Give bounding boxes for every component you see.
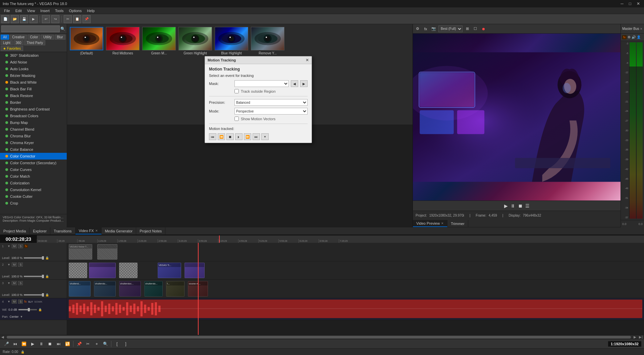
timeline-scrollbar[interactable]: ◀ ▶ ▶|	[0, 335, 644, 339]
effect-item[interactable]: Cookie Cutter	[0, 193, 67, 200]
tab-explorer[interactable]: Explorer	[30, 227, 50, 234]
pan-dropdown-icon[interactable]: ▼	[20, 315, 23, 318]
mt-mode-select[interactable]: Position Position + Scale Perspective	[234, 108, 308, 115]
timeline-ruler[interactable]: 00:00:00 :29;29 :59;28 1:29;29 1:59;28 2…	[37, 235, 644, 243]
render-btn[interactable]: ▶	[30, 15, 38, 23]
preview-tab-close[interactable]: ✕	[441, 222, 444, 225]
rate-lock-icon[interactable]: 🔒	[21, 350, 24, 354]
effect-item[interactable]: Auto Looks	[0, 65, 67, 72]
audio-clip[interactable]	[69, 300, 642, 318]
track2-lock-icon[interactable]: 🔒	[45, 275, 49, 278]
noise-clip2[interactable]	[97, 244, 117, 260]
minimize-btn[interactable]: ─	[619, 1, 625, 6]
track3-slider[interactable]	[24, 294, 44, 296]
video-clip-d[interactable]: shuttersto...	[144, 281, 163, 297]
new-btn[interactable]: 📄	[1, 15, 9, 23]
bt-edit-btn[interactable]: ✂	[84, 340, 92, 348]
effect-color-curves[interactable]: Color Curves	[0, 166, 67, 173]
effect-item[interactable]: Black Bar Fill	[0, 86, 67, 92]
thumbnail-remove[interactable]: Remove Y...	[251, 27, 284, 55]
effect-color-match[interactable]: Color Match	[0, 173, 67, 180]
filter-blur[interactable]: Blur	[55, 35, 65, 40]
mt-stop-btn[interactable]: ⏵	[235, 133, 243, 140]
effect-item[interactable]: Color Balance	[0, 146, 67, 153]
effect-brightness-contrast[interactable]: Brightness and Contrast	[0, 106, 67, 113]
preview-record-btn[interactable]: ⏺	[480, 26, 487, 32]
scroll-left-btn[interactable]: ◀	[0, 335, 5, 339]
filter-third-party[interactable]: Third Party	[24, 40, 45, 45]
video-clip-a[interactable]: shutterst...	[69, 281, 91, 297]
master-bus-close[interactable]: ✕	[640, 27, 643, 31]
checker-clip1[interactable]	[69, 263, 87, 278]
noise-clip[interactable]: VEGAS Noise T...	[69, 244, 92, 260]
track1-lock-icon[interactable]: 🔒	[45, 256, 49, 260]
search-icon[interactable]: 🔍	[60, 27, 65, 31]
menu-btn[interactable]: ☰	[525, 203, 530, 209]
menu-edit[interactable]: Edit	[13, 7, 24, 14]
bt-pause-btn[interactable]: ⏸	[38, 340, 45, 348]
tracks-content[interactable]: VEGAS Noise T... VEGAS Ti...	[67, 243, 644, 335]
effect-color-corrector[interactable]: Color Corrector	[0, 153, 67, 160]
bt-play-btn[interactable]: ▶	[29, 340, 36, 348]
bt-envelope-btn[interactable]: ⌖	[93, 340, 100, 348]
track1-mute-btn[interactable]: M	[12, 244, 17, 248]
search-input[interactable]	[1, 26, 60, 32]
track2-solo-btn[interactable]: S	[18, 263, 23, 267]
video-clip-e[interactable]: f...	[166, 281, 184, 297]
master-mute-btn[interactable]: 🔊	[632, 35, 636, 39]
tab-media-gen[interactable]: Media Generator	[102, 227, 137, 234]
thumbnail-default[interactable]: (Default)	[70, 27, 103, 55]
track3-lock-icon[interactable]: 🔒	[45, 293, 49, 297]
thumbnail-blue-highlight[interactable]: Blue Highlight	[215, 27, 248, 55]
track3-mute-btn[interactable]: M	[12, 281, 17, 285]
track3-solo-btn[interactable]: S	[18, 281, 23, 285]
effect-item[interactable]: Bump Map	[0, 119, 67, 126]
video-clip-b[interactable]: shuttersto...	[94, 281, 116, 297]
close-btn[interactable]: ✕	[635, 1, 641, 6]
maximize-btn[interactable]: □	[628, 1, 633, 6]
effect-item[interactable]: Colorization	[0, 180, 67, 186]
menu-insert[interactable]: Insert	[38, 7, 52, 14]
bt-rewind-btn[interactable]: ⏪	[20, 340, 28, 348]
open-btn[interactable]: 📂	[11, 15, 19, 23]
play-btn[interactable]: ▶	[504, 203, 508, 209]
tab-trimmer[interactable]: Trimmer	[447, 220, 468, 227]
menu-help[interactable]: Help	[84, 7, 97, 14]
audio-solo-btn[interactable]: S	[18, 300, 23, 304]
mt-mask-btn1[interactable]: ◀	[291, 80, 298, 87]
thumbnail-green[interactable]: Green M...	[142, 27, 176, 55]
bt-mark-out-btn[interactable]: ]	[122, 340, 129, 348]
redo-btn[interactable]: ↪	[51, 15, 59, 23]
preview-quality-select[interactable]: Best (Full) Draft Preview	[438, 26, 463, 32]
filter-all[interactable]: All	[1, 35, 9, 40]
thumbnail-red-midtones[interactable]: Red Midtones	[106, 27, 140, 55]
mt-show-vectors-checkbox[interactable]	[234, 117, 239, 121]
filter-360[interactable]: 360	[13, 40, 24, 45]
effect-item[interactable]: Convolution Kernel	[0, 186, 67, 193]
preview-safe-btn[interactable]: ☐	[472, 26, 479, 32]
tab-project-media[interactable]: Project Media	[0, 227, 30, 234]
paste-btn[interactable]: 📌	[83, 15, 91, 23]
bt-mark-in-btn[interactable]: [	[113, 340, 121, 348]
track1-handle[interactable]	[42, 256, 44, 260]
mt-precision-select[interactable]: Low Balanced High	[234, 99, 308, 106]
menu-file[interactable]: File	[1, 7, 13, 14]
mt-mask-btn2[interactable]: ▶	[300, 80, 308, 87]
undo-btn[interactable]: ↩	[42, 15, 50, 23]
mt-prev-btn[interactable]: ⏹	[226, 133, 234, 140]
track1-fx-btn[interactable]: fx	[24, 245, 28, 248]
bt-snap-btn[interactable]: 📌	[75, 340, 83, 348]
thumbnail-green-highlight[interactable]: Green Highlight	[178, 27, 212, 55]
vol-lock-icon[interactable]: 🔒	[38, 308, 42, 311]
video-clip3[interactable]	[184, 263, 205, 278]
mt-next-btn[interactable]: ⏩	[244, 133, 251, 140]
mt-step-back-btn[interactable]: ⏪	[218, 133, 225, 140]
effect-black-and-white[interactable]: Black and White	[0, 79, 67, 86]
menu-options[interactable]: Options	[66, 7, 85, 14]
mt-play-btn[interactable]: ⏮	[209, 133, 216, 140]
mt-end-btn[interactable]: ⏭	[253, 133, 260, 140]
pause-btn[interactable]: ⏸	[511, 203, 515, 209]
effect-item[interactable]: Chroma Blur	[0, 133, 67, 139]
effect-item[interactable]: Color Corrector (Secondary)	[0, 160, 67, 166]
menu-tools[interactable]: Tools	[52, 7, 66, 14]
